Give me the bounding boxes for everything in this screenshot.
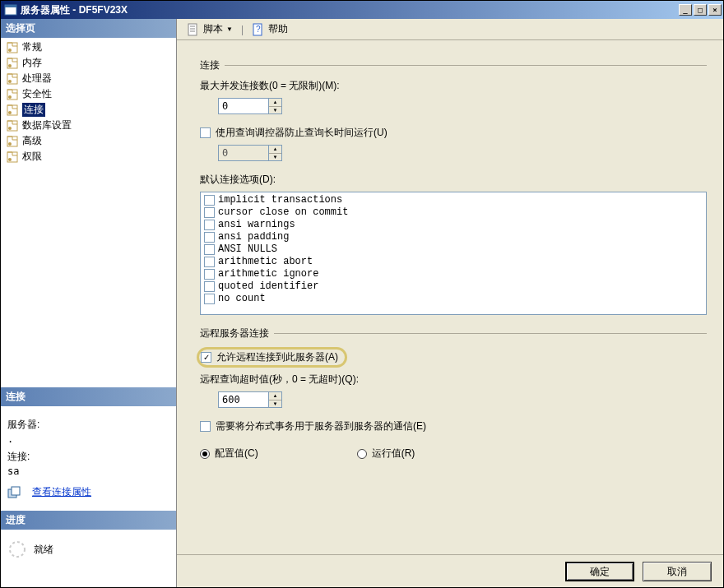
option-checkbox[interactable] xyxy=(204,281,215,292)
server-value: . xyxy=(7,433,169,445)
dialog-window: 服务器属性 - DF5FV23X _ □ × 选择页 常规内存处理器安全性连接数… xyxy=(0,0,724,588)
nav-item-高级[interactable]: 高级 xyxy=(1,133,176,149)
option-checkbox[interactable] xyxy=(204,207,215,218)
remote-timeout-label: 远程查询超时值(秒，0 = 无超时)(Q): xyxy=(200,373,707,387)
close-button[interactable]: × xyxy=(708,4,722,16)
help-button[interactable]: ? 帮助 xyxy=(247,21,293,38)
svg-point-17 xyxy=(8,158,12,161)
nav-item-label: 数据库设置 xyxy=(22,118,72,132)
group-connections: 连接 xyxy=(200,58,707,72)
svg-point-9 xyxy=(8,95,12,99)
help-label: 帮助 xyxy=(268,22,288,36)
list-item[interactable]: quoted identifier xyxy=(202,280,704,293)
option-label: implicit transactions xyxy=(218,194,342,206)
svg-point-15 xyxy=(8,142,12,146)
window-title: 服务器属性 - DF5FV23X xyxy=(21,3,679,17)
dropdown-arrow-icon: ▼ xyxy=(226,25,233,33)
spin-up-icon[interactable]: ▲ xyxy=(269,392,281,400)
allow-remote-checkbox[interactable]: ✓ xyxy=(201,352,211,363)
nav-item-数据库设置[interactable]: 数据库设置 xyxy=(1,118,176,133)
query-governor-checkbox[interactable] xyxy=(200,127,211,138)
option-checkbox[interactable] xyxy=(204,195,215,206)
group-remote: 远程服务器连接 xyxy=(200,326,707,340)
list-item[interactable]: ANSI NULLS xyxy=(202,243,704,256)
page-icon xyxy=(6,41,19,54)
svg-point-5 xyxy=(8,64,12,67)
option-label: ANSI NULLS xyxy=(218,243,277,256)
sidebar: 选择页 常规内存处理器安全性连接数据库设置高级权限 连接 服务器: . 连接: … xyxy=(1,19,177,587)
option-checkbox[interactable] xyxy=(204,269,215,280)
default-conn-options-label: 默认连接选项(D): xyxy=(200,173,707,187)
spin-down-icon[interactable]: ▼ xyxy=(269,107,281,114)
nav-list: 常规内存处理器安全性连接数据库设置高级权限 xyxy=(1,38,176,387)
connection-info: 服务器: . 连接: sa 查看连接属性 xyxy=(1,406,176,511)
nav-item-label: 连接 xyxy=(22,103,45,117)
configured-value-radio[interactable]: 配置值(C) xyxy=(200,447,258,461)
progress-spinner-icon xyxy=(7,539,27,559)
svg-point-13 xyxy=(8,127,12,130)
server-label: 服务器: xyxy=(7,418,169,432)
option-label: cursor close on commit xyxy=(218,206,348,219)
group-remote-label: 远程服务器连接 xyxy=(200,326,269,340)
list-item[interactable]: implicit transactions xyxy=(202,194,704,206)
configured-value-label: 配置值(C) xyxy=(215,447,258,461)
nav-item-安全性[interactable]: 安全性 xyxy=(1,86,176,102)
toolbar: 脚本 ▼ | ? 帮助 xyxy=(177,19,723,40)
ok-button[interactable]: 确定 xyxy=(565,562,634,581)
distributed-tx-checkbox[interactable] xyxy=(200,421,211,432)
option-label: ansi padding xyxy=(218,231,289,243)
view-connection-properties-link[interactable]: 查看连接属性 xyxy=(32,485,91,499)
spin-down-icon[interactable]: ▼ xyxy=(269,400,281,408)
progress-section: 就绪 xyxy=(1,530,176,587)
script-label: 脚本 xyxy=(203,22,223,36)
connection-value: sa xyxy=(7,465,169,477)
connection-props-icon xyxy=(7,486,21,499)
distributed-tx-label: 需要将分布式事务用于服务器到服务器的通信(E) xyxy=(216,419,426,433)
list-item[interactable]: arithmetic ignore xyxy=(202,268,704,280)
nav-item-label: 安全性 xyxy=(22,87,52,101)
page-icon xyxy=(6,119,19,132)
list-item[interactable]: cursor close on commit xyxy=(202,206,704,219)
remote-timeout-input[interactable] xyxy=(219,392,268,407)
script-icon xyxy=(187,23,200,36)
list-item[interactable]: arithmetic abort xyxy=(202,256,704,268)
default-options-listbox[interactable]: implicit transactionscursor close on com… xyxy=(200,192,707,315)
nav-item-常规[interactable]: 常规 xyxy=(1,39,176,55)
nav-item-label: 常规 xyxy=(22,40,42,54)
connection-header: 连接 xyxy=(1,387,176,406)
query-governor-spinner: ▲ ▼ xyxy=(218,145,282,161)
option-checkbox[interactable] xyxy=(204,232,215,243)
option-checkbox[interactable] xyxy=(204,294,215,304)
help-icon: ? xyxy=(252,23,265,36)
maximize-button[interactable]: □ xyxy=(694,4,707,16)
option-label: no count xyxy=(218,293,266,305)
content-area: 连接 最大并发连接数(0 = 无限制)(M): ▲ ▼ 使用查询调 xyxy=(177,40,723,554)
titlebar[interactable]: 服务器属性 - DF5FV23X _ □ × xyxy=(1,1,723,19)
nav-item-处理器[interactable]: 处理器 xyxy=(1,71,176,86)
progress-header: 进度 xyxy=(1,511,176,530)
highlight-annotation: ✓ 允许远程连接到此服务器(A) xyxy=(197,347,347,368)
page-icon xyxy=(6,150,19,164)
max-concurrent-input[interactable] xyxy=(219,99,268,113)
svg-point-3 xyxy=(8,49,12,52)
option-checkbox[interactable] xyxy=(204,257,215,267)
allow-remote-label: 允许远程连接到此服务器(A) xyxy=(216,350,338,364)
spin-up-icon[interactable]: ▲ xyxy=(269,99,281,107)
remote-timeout-spinner[interactable]: ▲ ▼ xyxy=(218,391,282,408)
list-item[interactable]: ansi padding xyxy=(202,231,704,243)
max-concurrent-spinner[interactable]: ▲ ▼ xyxy=(218,98,282,114)
option-checkbox[interactable] xyxy=(204,220,215,230)
minimize-button[interactable]: _ xyxy=(679,4,692,16)
running-value-radio[interactable]: 运行值(R) xyxy=(357,447,415,461)
nav-item-内存[interactable]: 内存 xyxy=(1,55,176,71)
option-checkbox[interactable] xyxy=(204,244,215,255)
script-button[interactable]: 脚本 ▼ xyxy=(182,21,238,38)
cancel-button[interactable]: 取消 xyxy=(643,562,712,581)
list-item[interactable]: no count xyxy=(202,293,704,305)
nav-item-连接[interactable]: 连接 xyxy=(1,102,176,118)
progress-status: 就绪 xyxy=(34,543,53,557)
list-item[interactable]: ansi warnings xyxy=(202,219,704,231)
toolbar-separator: | xyxy=(241,24,244,35)
nav-item-权限[interactable]: 权限 xyxy=(1,149,176,164)
option-label: arithmetic ignore xyxy=(218,268,318,280)
